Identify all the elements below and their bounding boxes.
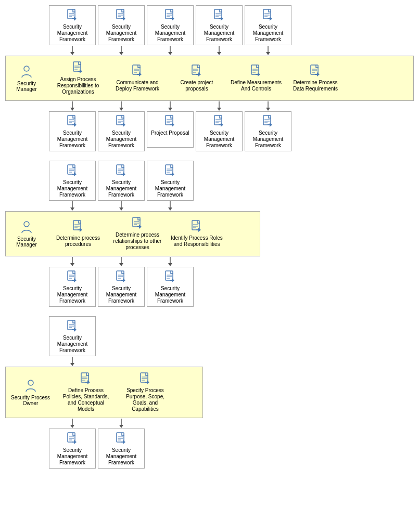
doc-label: Security Management Framework <box>247 130 289 149</box>
activity-icon <box>250 64 262 78</box>
doc-icon <box>164 9 176 22</box>
doc-icon <box>164 115 176 128</box>
doc-node: Security Management Framework <box>196 111 243 151</box>
svg-rect-114 <box>68 271 75 280</box>
svg-marker-98 <box>168 207 172 211</box>
col-1-bot: Security Management Framework <box>49 418 96 469</box>
swimlane-1: Security Manager Assign Process Responsi… <box>5 56 414 101</box>
svg-rect-18 <box>214 9 222 19</box>
svg-marker-23 <box>217 52 221 55</box>
doc-node: Security Management Framework <box>245 111 291 151</box>
lane-activities-1: Assign Process Responsibilities to Organ… <box>47 56 413 100</box>
doc-icon <box>116 164 127 178</box>
activity-label: Communicate and Deploy Framework <box>111 80 164 92</box>
doc-label: Security Management Framework <box>52 179 93 198</box>
svg-rect-81 <box>68 165 75 174</box>
col-1-top: Security Management Framework <box>49 5 96 56</box>
svg-marker-135 <box>70 363 74 366</box>
col-1-top: Security Management Framework <box>49 161 96 211</box>
svg-rect-59 <box>117 115 124 125</box>
doc-icon <box>213 115 225 128</box>
svg-rect-39 <box>192 65 199 74</box>
activity-cell: Create project proposals <box>168 62 225 94</box>
svg-marker-146 <box>70 425 74 428</box>
doc-icon <box>116 432 127 446</box>
section-1: Security Management Framework <box>5 5 414 151</box>
doc-node: Security Management Framework <box>98 5 145 45</box>
activity-icon <box>139 372 151 386</box>
svg-marker-11 <box>119 52 123 55</box>
person-icon <box>21 65 32 79</box>
svg-rect-35 <box>133 65 140 74</box>
doc-node: Security Management Framework <box>147 161 194 201</box>
svg-marker-5 <box>70 52 74 55</box>
arrow-down <box>118 46 124 55</box>
svg-marker-17 <box>168 52 172 55</box>
svg-marker-52 <box>70 108 74 111</box>
doc-icon <box>164 164 176 178</box>
svg-rect-93 <box>166 165 173 174</box>
activity-icon <box>191 220 202 233</box>
doc-node: Security Management Framework <box>49 5 96 45</box>
doc-label: Security Management Framework <box>198 24 240 43</box>
svg-rect-0 <box>68 9 75 19</box>
svg-rect-137 <box>81 373 88 382</box>
arrow-down <box>69 101 75 111</box>
doc-label: Security Management Framework <box>149 179 191 198</box>
svg-marker-70 <box>217 108 221 111</box>
doc-label: Security Management Framework <box>52 335 93 354</box>
col-2-bot: Security Management Framework <box>98 256 145 307</box>
svg-rect-108 <box>192 220 199 230</box>
arrow-down <box>118 257 124 266</box>
doc-node: Security Management Framework <box>98 161 145 201</box>
activity-icon <box>191 64 202 78</box>
col-2-bot: Security Management Framework <box>98 101 145 151</box>
arrow-down <box>69 46 75 55</box>
doc-label: Security Management Framework <box>198 130 240 149</box>
doc-label: Security Management Framework <box>247 24 289 43</box>
arrow-down <box>167 101 173 111</box>
activity-label: Define Process Policies, Standards, and … <box>59 387 112 412</box>
doc-label: Security Management Framework <box>52 24 93 43</box>
svg-marker-86 <box>70 207 74 211</box>
activity-icon <box>72 61 84 75</box>
svg-rect-12 <box>166 9 173 19</box>
doc-label: Security Management Framework <box>100 130 142 149</box>
doc-icon <box>116 270 127 284</box>
arrow-down <box>69 419 75 428</box>
diagram: Security Management Framework <box>0 0 419 483</box>
svg-rect-153 <box>117 433 124 442</box>
col-3-top: Security Management Framework <box>147 5 194 56</box>
lane-role-2: Security Manager <box>6 212 47 256</box>
doc-node: Security Management Framework <box>147 267 194 307</box>
col-3-bot: Security Management Framework <box>147 256 194 307</box>
arrow-down <box>69 201 75 211</box>
arrow-down <box>69 257 75 266</box>
svg-rect-100 <box>73 220 81 230</box>
activity-cell: Determine process relationships to other… <box>109 215 166 253</box>
activity-label: Assign Process Responsibilities to Organ… <box>52 76 105 95</box>
activity-label: Create project proposals <box>170 80 223 92</box>
svg-marker-125 <box>168 263 172 266</box>
doc-label: Security Management Framework <box>52 286 93 304</box>
arrow-down <box>118 201 124 211</box>
activity-cell: Identify Process Roles and Responsibilit… <box>168 218 225 250</box>
doc-node: Security Management Framework <box>196 5 243 45</box>
svg-marker-113 <box>70 263 74 266</box>
doc-label: Security Management Framework <box>100 286 142 304</box>
doc-icon <box>67 9 78 22</box>
doc-node: Security Management Framework <box>147 5 194 45</box>
svg-marker-29 <box>266 52 270 55</box>
col-1-top: Security Management Framework <box>49 316 96 367</box>
swimlane-3: Security Process Owner Define Process Po… <box>5 367 203 418</box>
doc-label: Security Management Framework <box>52 130 93 149</box>
col-2-bot: Security Management Framework <box>98 418 145 469</box>
col-2-top: Security Management Framework <box>98 5 145 56</box>
col-3-bot: Project Proposal <box>147 101 194 151</box>
activity-cell: Determine Process Data Requirements <box>287 62 344 94</box>
doc-icon <box>116 115 127 128</box>
svg-rect-65 <box>166 115 173 125</box>
svg-rect-120 <box>117 271 124 280</box>
svg-rect-53 <box>68 115 75 125</box>
doc-icon <box>116 9 127 22</box>
